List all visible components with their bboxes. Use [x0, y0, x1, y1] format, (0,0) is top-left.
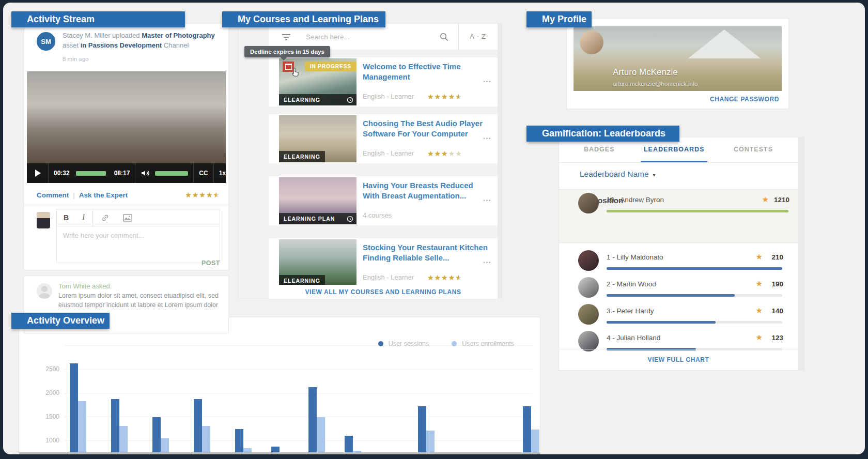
leaderboard-rank-name: 10 - Andrew Byron: [607, 196, 664, 204]
course-options-menu[interactable]: ...: [483, 132, 491, 141]
points-bar: [607, 294, 782, 297]
post-mid-text: asset: [63, 41, 79, 49]
course-row[interactable]: LEARNING PLAN Having Your Breasts Reduce…: [269, 176, 498, 225]
avatar: [578, 304, 599, 325]
volume-bar[interactable]: [155, 171, 188, 176]
course-thumbnail[interactable]: ELEARNING: [279, 115, 357, 162]
legend-item: User sessions: [378, 340, 429, 347]
hand-cursor-icon: [290, 66, 302, 79]
post-author: Stacey M. Miller uploaded: [63, 32, 140, 39]
chart-bar-user-sessions: [345, 436, 353, 454]
course-meta: English - Learner: [363, 93, 414, 100]
filter-icon[interactable]: [269, 32, 305, 41]
video-progress-bar[interactable]: [76, 171, 106, 176]
search-input[interactable]: [305, 33, 430, 41]
chart-bar-users-enrollments: [202, 426, 210, 454]
comment-link[interactable]: Comment: [37, 191, 69, 199]
course-title[interactable]: Having Your Breasts Reduced With Breast …: [363, 180, 489, 202]
points-star-icon: ★: [756, 279, 763, 288]
italic-button[interactable]: I: [75, 213, 91, 222]
video-player[interactable]: 00:32 08:17 CC 1x: [27, 71, 226, 183]
course-meta: 4 courses: [363, 211, 392, 219]
y-axis-tick: 2500: [29, 365, 59, 373]
ask-the-expert-link[interactable]: Ask the Expert: [79, 191, 128, 199]
chart-bar-users-enrollments: [426, 431, 435, 454]
avatar: [578, 277, 599, 298]
chart-bar-user-sessions: [235, 429, 243, 454]
course-thumbnail[interactable]: IN PROGRESS ELEARNING: [279, 58, 357, 105]
course-row[interactable]: ELEARNING Stocking Your Restaurant Kitch…: [269, 238, 498, 287]
points-star-icon: ★: [756, 333, 763, 342]
course-title[interactable]: Welcome to Effective Time Management: [363, 62, 489, 83]
bold-button[interactable]: B: [57, 213, 75, 222]
course-thumbnail[interactable]: ELEARNING: [279, 239, 357, 286]
playback-speed-button[interactable]: 1x: [219, 170, 226, 177]
course-row[interactable]: ELEARNING Choosing The Best Audio Player…: [269, 114, 498, 163]
course-title[interactable]: Choosing The Best Audio Player Software …: [363, 118, 489, 140]
image-icon[interactable]: [116, 213, 139, 222]
leaderboard-row[interactable]: 1 - Lilly Maldonato ★ 210: [559, 247, 798, 274]
comment-input[interactable]: Write here your comment...: [56, 226, 220, 263]
course-type-label: ELEARNING: [279, 94, 357, 105]
separator: |: [73, 191, 74, 199]
course-row[interactable]: IN PROGRESS ELEARNING Welcome to Effecti…: [269, 57, 498, 106]
leaderboard-name-dropdown[interactable]: Leaderboard Name▾: [580, 170, 656, 179]
post-channel-link[interactable]: in Passions Development: [81, 41, 162, 49]
clock-icon: [347, 97, 353, 103]
closed-captions-button[interactable]: CC: [199, 170, 208, 177]
view-all-courses-link[interactable]: VIEW ALL MY COURSES AND LEARNING PLANS: [269, 285, 498, 299]
post-asset-link[interactable]: Master of Photography: [142, 32, 215, 39]
course-thumbnail[interactable]: LEARNING PLAN: [279, 177, 357, 224]
scrollbar[interactable]: [798, 137, 804, 370]
leaderboard-row[interactable]: 10 - Andrew Byron ★ 1210: [559, 190, 804, 217]
points-bar: [607, 210, 788, 212]
activity-stream-post-card: SM Stacey M. Miller uploaded Master of P…: [24, 23, 229, 270]
leaderboard-rank-name: 3 - Peter Hardy: [607, 307, 654, 315]
y-axis-tick: 1000: [29, 437, 59, 444]
legend-item: Users enrollments: [452, 340, 514, 347]
change-password-link[interactable]: CHANGE PASSWORD: [710, 96, 779, 103]
clock-icon: [347, 216, 353, 222]
leaderboard-row[interactable]: 2 - Martin Wood ★ 190: [559, 274, 798, 301]
tab-contests[interactable]: CONTESTS: [731, 137, 776, 162]
rating-stars: ★★★★★★★★★★: [427, 274, 462, 281]
avatar: [580, 30, 603, 54]
deadline-tooltip: Dedline expires in 15 days: [244, 46, 330, 57]
scrollbar[interactable]: [498, 24, 502, 298]
points-star-icon: ★: [762, 195, 769, 204]
search-icon[interactable]: [430, 32, 458, 41]
activity-overview-panel-title: Activity Overview: [11, 313, 110, 329]
comment-toolbar: B I: [56, 209, 220, 226]
my-courses-panel-title: My Courses and Learning Plans: [222, 11, 385, 27]
course-title[interactable]: Stocking Your Restaurant Kitchen Finding…: [363, 242, 489, 264]
course-options-menu[interactable]: ...: [483, 194, 491, 203]
avatar: [37, 283, 52, 299]
leaderboard-rank-name: 4 - Julian Holland: [607, 334, 660, 342]
play-button[interactable]: [35, 170, 41, 177]
question-author: Tom White asked:: [58, 282, 112, 290]
legend-dot: [378, 341, 383, 346]
chart-bar-users-enrollments: [531, 430, 539, 454]
course-options-menu[interactable]: ...: [483, 256, 491, 265]
volume-icon[interactable]: [141, 169, 151, 177]
post-button[interactable]: POST: [202, 259, 220, 267]
chart-bar-user-sessions: [523, 406, 531, 454]
chart-bar-user-sessions: [111, 399, 119, 454]
view-full-chart-link[interactable]: VIEW FULL CHART: [648, 356, 709, 363]
sort-a-z-button[interactable]: A - Z: [459, 33, 498, 40]
dashboard-screen: Activity Stream SM Stacey M. Miller uplo…: [3, 3, 865, 454]
avatar: SM: [37, 32, 55, 51]
activity-overview-card: User sessions Users enrollments 25002000…: [19, 317, 540, 454]
y-axis-tick: 1500: [29, 413, 59, 420]
course-options-menu[interactable]: ...: [483, 75, 491, 84]
avatar: [578, 193, 599, 213]
chart-bar-users-enrollments: [78, 401, 86, 454]
y-axis-tick: 2000: [29, 389, 59, 396]
leaderboard-row[interactable]: 3 - Peter Hardy ★ 140: [559, 301, 798, 328]
avatar: [578, 331, 599, 351]
points-star-icon: ★: [756, 306, 763, 315]
my-courses-panel: A - Z IN PROGRESS ELEARNING Welcome to E…: [238, 23, 502, 298]
link-icon[interactable]: [94, 213, 116, 222]
profile-email: arturo.mckenzie@homenick.info: [613, 81, 698, 87]
points-bar: [607, 267, 782, 270]
